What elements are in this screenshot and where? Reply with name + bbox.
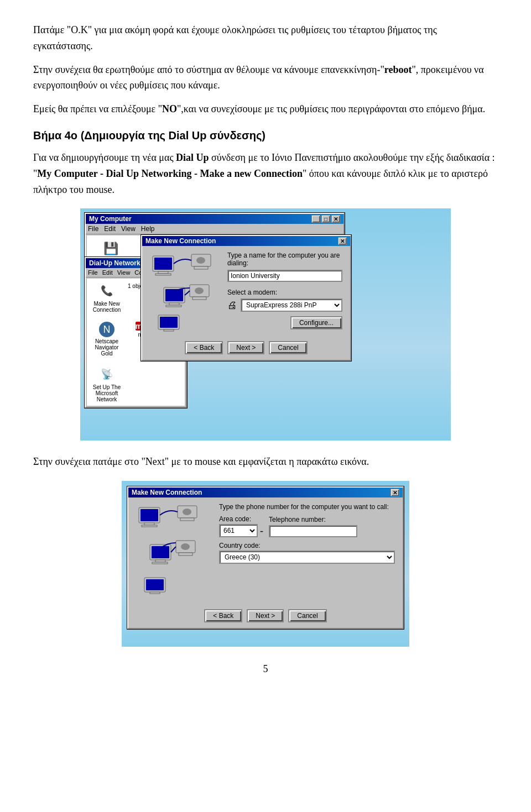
svg-point-12 xyxy=(195,287,204,294)
maximize-button[interactable]: □ xyxy=(321,215,330,223)
paragraph-4: Για να δημιουργήσουμε τη νέα μας Dial Up… xyxy=(33,150,498,197)
mnc-dialog-illustration xyxy=(150,252,222,334)
svg-rect-13 xyxy=(192,297,206,300)
mnc2-titlebar-buttons: ✕ xyxy=(391,489,399,496)
icon-make-new-connection[interactable]: 📞 Make New Connection xyxy=(90,282,123,313)
paragraph-2-reboot: reboot xyxy=(384,64,412,75)
paragraph-2-start: Στην συνέχεια θα ερωτηθούμε από το σύστη… xyxy=(33,64,384,75)
area-code-input-row: 661 - xyxy=(219,524,263,537)
mnc-dialog-titlebar-buttons: ✕ xyxy=(338,237,347,245)
icon-netscape[interactable]: N Netscape Navigator Gold xyxy=(90,322,123,357)
netscape-label: Netscape Navigator Gold xyxy=(90,338,123,357)
paragraph-3-no: NO xyxy=(162,103,177,114)
my-computer-titlebar-buttons: _ □ ✕ xyxy=(311,215,340,223)
section-heading: Βήμα 4ο (Δημιουργία της Dial Up σύνδεσης… xyxy=(33,129,498,142)
back-button-1[interactable]: < Back xyxy=(185,341,223,354)
svg-rect-10 xyxy=(166,305,181,307)
area-code-label: Area code: xyxy=(219,515,263,523)
mnc-configure-row: Configure... xyxy=(227,316,342,329)
paragraph-2: Στην συνέχεια θα ερωτηθούμε από το σύστη… xyxy=(33,62,498,94)
svg-rect-26 xyxy=(155,560,165,562)
next-button-1[interactable]: Next > xyxy=(227,341,264,354)
menu-edit[interactable]: Edit xyxy=(104,225,116,233)
svg-rect-2 xyxy=(158,271,168,274)
next-button-2[interactable]: Next > xyxy=(247,609,284,622)
paragraph-4-path: My Computer - Dial Up Networking - Make … xyxy=(37,168,303,179)
svg-rect-18 xyxy=(140,509,158,521)
phone-row: Area code: 661 - Telephone number: xyxy=(219,515,395,537)
telephone-field: Telephone number: xyxy=(269,516,357,537)
mnc-dialog-body: Type a name for the computer you are dia… xyxy=(142,246,350,337)
country-label: Country code: xyxy=(219,542,395,549)
ms-network-label: Set Up The Microsoft Network xyxy=(90,384,123,402)
svg-point-5 xyxy=(196,257,205,264)
my-computer-titlebar: My Computer _ □ ✕ xyxy=(86,214,343,224)
country-field: Country code: Greece (30) xyxy=(219,542,395,564)
mnc-dialog-titlebar: Make New Connection ✕ xyxy=(142,236,350,246)
area-code-select[interactable]: 661 xyxy=(219,524,258,537)
mnc2-dialog-title: Make New Connection xyxy=(132,489,202,496)
svg-point-22 xyxy=(183,509,191,515)
dialup-menu-edit[interactable]: Edit xyxy=(102,269,113,276)
area-code-field: Area code: 661 - xyxy=(219,515,263,537)
mnc2-dialog-illustration xyxy=(136,503,214,603)
make-new-connection-icon: 📞 xyxy=(98,282,116,300)
svg-rect-19 xyxy=(144,523,154,525)
paragraph-3: Εμείς θα πρέπει να επιλέξουμε "NO",και ν… xyxy=(33,101,498,117)
screenshot-1-container: My Computer _ □ ✕ File Edit View Help 💾 … xyxy=(33,208,498,441)
mnc2-close-icon[interactable]: ✕ xyxy=(391,489,399,496)
close-button[interactable]: ✕ xyxy=(331,215,340,223)
menu-view[interactable]: View xyxy=(121,225,136,233)
icon-ms-network[interactable]: 📡 Set Up The Microsoft Network xyxy=(90,365,123,402)
menu-file[interactable]: File xyxy=(88,225,98,233)
screenshot-2: Make New Connection ✕ xyxy=(122,481,409,647)
screenshot-1: My Computer _ □ ✕ File Edit View Help 💾 … xyxy=(80,208,451,441)
mnc-dialog-form: Type a name for the computer you are dia… xyxy=(227,252,342,334)
svg-rect-15 xyxy=(160,317,178,328)
mnc-dialog-title: Make New Connection xyxy=(145,237,216,245)
make-new-connection-dialog: Make New Connection ✕ xyxy=(141,235,351,361)
mnc2-dialog-form: Type the phone number for the computer y… xyxy=(219,503,395,603)
paragraph-1: Πατάμε "Ο.Κ" για μια ακόμη φορά και έχου… xyxy=(33,22,498,54)
mnc-name-input[interactable] xyxy=(227,270,342,282)
svg-rect-20 xyxy=(142,525,157,527)
screenshot-2-container: Make New Connection ✕ xyxy=(33,481,498,647)
paragraph-5-text: Στην συνέχεια πατάμε στο "Next" με το mo… xyxy=(33,456,369,467)
cancel-button-1[interactable]: Cancel xyxy=(269,341,307,354)
country-select[interactable]: Greece (30) xyxy=(219,551,395,564)
ms-network-icon: 📡 xyxy=(98,365,116,383)
my-computer-title: My Computer xyxy=(89,215,132,223)
configure-button[interactable]: Configure... xyxy=(290,316,342,329)
svg-rect-33 xyxy=(150,592,160,594)
svg-rect-1 xyxy=(154,258,172,270)
svg-rect-27 xyxy=(152,562,168,564)
svg-rect-3 xyxy=(155,274,171,275)
cancel-button-2[interactable]: Cancel xyxy=(288,609,326,622)
svg-point-29 xyxy=(181,543,190,550)
dash-separator: - xyxy=(260,525,263,537)
svg-rect-16 xyxy=(164,329,174,331)
paragraph-1-text: Πατάμε "Ο.Κ" για μια ακόμη φορά και έχου… xyxy=(33,24,437,51)
paragraph-4-dialup: Dial Up xyxy=(176,152,209,163)
mnc-modem-select[interactable]: SupraExpress 288i PnP xyxy=(241,298,342,312)
mnc2-dialog-body: Type the phone number for the computer y… xyxy=(128,497,403,605)
paragraph-5: Στην συνέχεια πατάμε στο "Next" με το mo… xyxy=(33,454,498,470)
svg-rect-32 xyxy=(146,579,164,590)
back-button-2[interactable]: < Back xyxy=(204,609,242,622)
mnc-name-label: Type a name for the computer you are dia… xyxy=(227,252,342,267)
paragraph-4-start: Για να δημιουργήσουμε τη νέα μας xyxy=(33,152,176,163)
dialup-menu-view[interactable]: View xyxy=(117,269,131,276)
mnc-modem-row: 🖨 SupraExpress 288i PnP xyxy=(227,298,342,312)
mnc2-dialog-titlebar: Make New Connection ✕ xyxy=(128,488,403,497)
floppy-icon: 💾 xyxy=(102,240,119,258)
telephone-input[interactable] xyxy=(269,525,357,537)
dialup-menu-file[interactable]: File xyxy=(88,269,98,276)
svg-rect-23 xyxy=(180,518,194,521)
mnc-dialog-buttons: < Back Next > Cancel xyxy=(142,337,350,360)
mnc-close-icon[interactable]: ✕ xyxy=(338,237,347,245)
minimize-button[interactable]: _ xyxy=(311,215,320,223)
menu-help[interactable]: Help xyxy=(141,225,155,233)
my-computer-menubar: File Edit View Help xyxy=(86,224,343,234)
svg-rect-30 xyxy=(179,553,192,556)
phone-label: Type the phone number for the computer y… xyxy=(219,503,395,511)
